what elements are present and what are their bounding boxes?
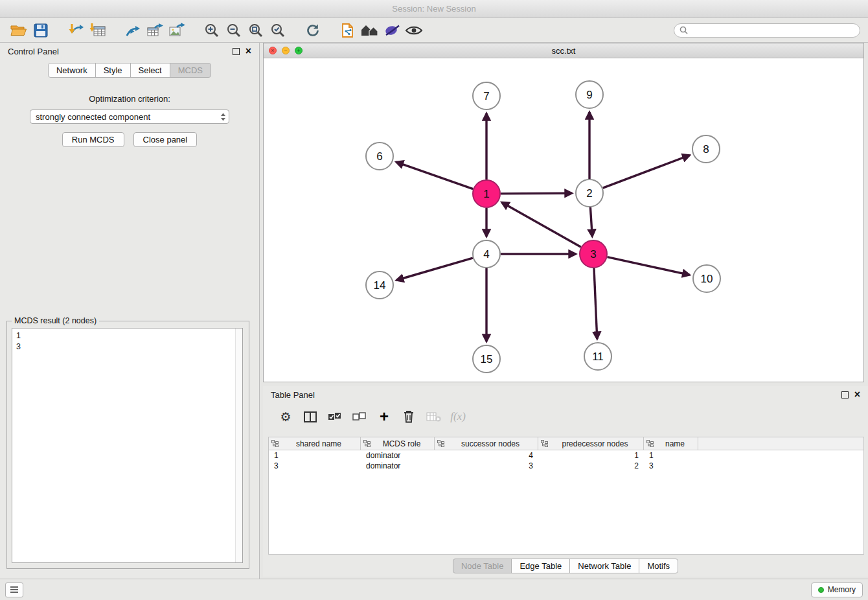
- graph-edge-1-2[interactable]: [501, 193, 572, 194]
- paint-style-button[interactable]: [381, 21, 403, 40]
- table-cell: 1: [269, 451, 361, 460]
- graph-node-2[interactable]: 2: [576, 179, 603, 207]
- graph-node-3[interactable]: 3: [580, 240, 607, 268]
- minimize-window-icon[interactable]: −: [282, 47, 290, 54]
- control-panel-title: Control Panel: [8, 47, 59, 56]
- list-icon: [10, 586, 19, 594]
- checked-boxes-icon: [328, 411, 342, 422]
- graph-node-15[interactable]: 15: [473, 345, 500, 373]
- zoom-in-button[interactable]: [201, 21, 223, 40]
- eye-icon: [405, 24, 423, 37]
- table-row[interactable]: 1dominator411: [269, 450, 863, 461]
- graph-edge-4-14[interactable]: [396, 258, 473, 280]
- graph-edge-3-1[interactable]: [502, 202, 581, 247]
- show-hide-button[interactable]: [403, 21, 425, 40]
- delete-column-button[interactable]: [398, 406, 420, 427]
- graph-node-6[interactable]: 6: [366, 143, 393, 170]
- tab-select[interactable]: Select: [130, 63, 170, 78]
- function-builder-button[interactable]: f(x): [447, 406, 469, 427]
- window-titlebar[interactable]: Session: New Session: [0, 0, 868, 18]
- select-all-button[interactable]: [324, 406, 346, 427]
- import-table-button[interactable]: [87, 21, 109, 40]
- zoom-in-icon: [204, 23, 220, 38]
- tab-mcds[interactable]: MCDS: [170, 63, 211, 78]
- graph-node-8[interactable]: 8: [692, 135, 720, 163]
- graph-node-label: 14: [374, 279, 386, 292]
- export-network-button[interactable]: [122, 21, 144, 40]
- table-tab-motifs[interactable]: Motifs: [639, 559, 678, 573]
- delete-table-button[interactable]: [422, 406, 444, 427]
- graph-node-label: 6: [376, 150, 382, 163]
- export-table-button[interactable]: [144, 21, 166, 40]
- graph-node-11[interactable]: 11: [584, 343, 611, 370]
- float-table-panel-icon[interactable]: [841, 391, 849, 398]
- graph-node-7[interactable]: 7: [473, 82, 500, 110]
- column-header-predecessor-nodes[interactable]: predecessor nodes: [538, 437, 644, 450]
- unchecked-boxes-icon: [352, 411, 367, 422]
- table-settings-button[interactable]: ⚙: [275, 406, 297, 427]
- graph-edge-3-11[interactable]: [594, 268, 597, 339]
- save-session-button[interactable]: [30, 21, 52, 40]
- tab-network[interactable]: Network: [48, 63, 96, 78]
- graph-edge-2-3[interactable]: [590, 207, 592, 237]
- float-panel-icon[interactable]: [233, 48, 240, 55]
- import-network-button[interactable]: [65, 21, 87, 40]
- export-image-button[interactable]: [166, 21, 188, 40]
- clone-network-button[interactable]: [337, 21, 359, 40]
- table-tab-edge-table[interactable]: Edge Table: [511, 559, 570, 573]
- maximize-window-icon[interactable]: +: [295, 47, 303, 54]
- graph-node-14[interactable]: 14: [366, 271, 393, 299]
- show-columns-button[interactable]: [299, 406, 321, 427]
- first-neighbors-button[interactable]: [359, 21, 381, 40]
- table-toolbar: ⚙ + f(x): [263, 403, 868, 430]
- graph-edge-1-6[interactable]: [396, 162, 474, 189]
- task-history-button[interactable]: [5, 583, 23, 597]
- open-session-button[interactable]: [8, 21, 30, 40]
- zoom-out-button[interactable]: [223, 21, 245, 40]
- table-row[interactable]: 3dominator323: [269, 461, 863, 471]
- column-header-MCDS-role[interactable]: MCDS role: [361, 437, 435, 450]
- import-table-icon: [89, 23, 106, 38]
- mcds-result-list[interactable]: 13: [12, 328, 243, 563]
- search-input[interactable]: [692, 25, 854, 36]
- table-tab-node-table[interactable]: Node Table: [453, 559, 512, 573]
- search-field[interactable]: [674, 23, 860, 38]
- table-tab-network-table[interactable]: Network Table: [569, 559, 639, 573]
- criterion-value: strongly connected component: [36, 112, 150, 122]
- close-panel-button[interactable]: Close panel: [133, 132, 198, 147]
- result-scrollbar[interactable]: [235, 329, 242, 562]
- close-table-panel-icon[interactable]: ×: [854, 391, 860, 398]
- graph-edge-3-10[interactable]: [608, 257, 690, 275]
- run-mcds-button[interactable]: Run MCDS: [62, 132, 124, 147]
- network-window-titlebar[interactable]: scc.txt × − +: [264, 43, 863, 58]
- create-column-button[interactable]: +: [373, 406, 395, 427]
- graph-edge-2-8[interactable]: [603, 156, 690, 189]
- network-canvas[interactable]: 7968124314101511: [264, 58, 863, 382]
- graph-node-label: 10: [701, 273, 713, 285]
- refresh-view-button[interactable]: [302, 21, 324, 40]
- tab-style[interactable]: Style: [95, 63, 131, 78]
- deselect-all-button[interactable]: [348, 406, 371, 427]
- mcds-result-line: 1: [16, 330, 242, 341]
- column-header-successor-nodes[interactable]: successor nodes: [435, 437, 538, 450]
- graph-node-1[interactable]: 1: [473, 180, 500, 207]
- table-header-row: shared nameMCDS rolesuccessor nodesprede…: [269, 437, 863, 450]
- memory-button[interactable]: Memory: [811, 583, 863, 597]
- network-window-title: scc.txt: [264, 46, 863, 56]
- zoom-selected-button[interactable]: [267, 21, 289, 40]
- optimization-criterion-label: Optimization criterion:: [0, 94, 259, 104]
- zoom-fit-button[interactable]: [245, 21, 267, 40]
- main-toolbar: [0, 18, 868, 43]
- graph-node-10[interactable]: 10: [693, 265, 720, 292]
- graph-node-9[interactable]: 9: [576, 81, 603, 108]
- graph-node-4[interactable]: 4: [473, 240, 500, 268]
- column-header-shared-name[interactable]: shared name: [269, 437, 361, 450]
- criterion-dropdown[interactable]: strongly connected component: [30, 110, 229, 124]
- column-header-name[interactable]: name: [644, 437, 698, 450]
- graph-node-label: 9: [586, 89, 592, 101]
- close-panel-icon[interactable]: ×: [246, 48, 251, 54]
- close-window-icon[interactable]: ×: [269, 47, 277, 54]
- column-attr-icon: [541, 440, 548, 447]
- fx-icon: f(x): [450, 410, 466, 423]
- memory-label: Memory: [828, 585, 856, 594]
